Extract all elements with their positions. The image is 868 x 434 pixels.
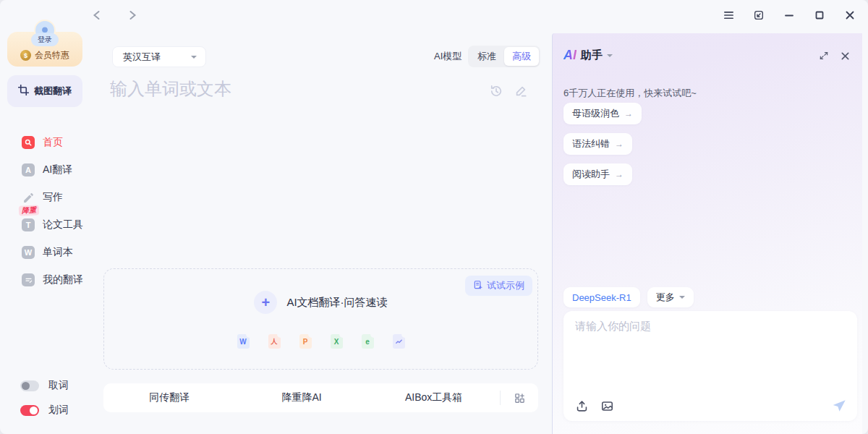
quick-actions: 母语级润色 → 语法纠错 → 阅读助手 → <box>563 103 642 185</box>
chat-input[interactable] <box>575 320 846 388</box>
arrow-right-icon: → <box>615 139 624 149</box>
quick-action-label: 语法纠错 <box>572 137 610 150</box>
expand-panel-icon[interactable] <box>819 51 829 61</box>
chart-file-icon <box>393 334 405 349</box>
input-action-icons <box>489 84 528 98</box>
more-models-button[interactable]: 更多 <box>647 287 694 307</box>
more-label: 更多 <box>656 291 675 304</box>
model-option-advanced[interactable]: 高级 <box>504 47 539 66</box>
quick-action-label: 母语级润色 <box>572 107 619 120</box>
quick-action-grammar[interactable]: 语法纠错 → <box>563 133 632 155</box>
tool-aibox[interactable]: AIBox工具箱 <box>367 391 500 404</box>
sidebar-item-label: AI翻译 <box>43 163 72 176</box>
send-icon[interactable] <box>831 398 847 414</box>
deepseek-model-button[interactable]: DeepSeek-R1 <box>563 287 640 307</box>
crop-icon <box>18 85 29 98</box>
sidebar-menu: 首页 A AI翻译 写作 降重 T 论文工具 W 单词本 我的翻译 <box>0 129 93 294</box>
sidebar-item-paper-tools[interactable]: 降重 T 论文工具 <box>0 211 93 239</box>
tool-simultaneous-translate[interactable]: 同传翻译 <box>103 391 236 404</box>
pencil-icon <box>22 191 35 204</box>
login-badge[interactable]: 登录 <box>31 33 59 46</box>
word-capture-label: 取词 <box>48 379 69 392</box>
chat-input-card <box>563 311 857 421</box>
word-capture-toggle[interactable] <box>20 380 39 391</box>
upload-file-icon[interactable] <box>575 399 589 413</box>
add-document-button[interactable]: + <box>254 291 277 314</box>
edit-icon[interactable] <box>514 84 528 98</box>
ebook-file-icon: e <box>362 334 374 349</box>
chevron-down-icon <box>191 56 197 61</box>
dropzone-center: + AI文档翻译·问答速读 <box>104 291 537 314</box>
quick-action-reading[interactable]: 阅读助手 → <box>563 163 632 185</box>
nav-back-icon[interactable] <box>88 7 105 23</box>
translate-input[interactable] <box>110 75 450 103</box>
ppt-file-icon: P <box>299 334 312 349</box>
app-window: 登录 $ 会员特惠 截图翻译 首页 A AI翻译 写作 降重 <box>0 0 868 434</box>
assistant-title: 助手 <box>581 48 603 62</box>
apps-grid-icon[interactable] <box>501 392 538 404</box>
user-card[interactable]: 登录 $ 会员特惠 <box>7 32 82 67</box>
my-translations-icon <box>22 273 35 286</box>
word-capture-row: 取词 <box>20 379 69 392</box>
screenshot-translate-button[interactable]: 截图翻译 <box>7 75 82 107</box>
chevron-down-icon <box>679 296 685 302</box>
chevron-down-icon <box>607 54 613 60</box>
upload-image-icon[interactable] <box>600 399 614 413</box>
ai-translate-icon: A <box>22 163 35 176</box>
word-file-icon: W <box>237 334 250 349</box>
chat-attachment-icons <box>575 399 614 413</box>
sidebar-item-label: 单词本 <box>43 246 73 259</box>
arrow-right-icon: → <box>615 169 624 179</box>
example-doc-icon <box>473 280 483 292</box>
nav-forward-icon[interactable] <box>124 7 141 23</box>
ai-model-row: AI模型 标准 高级 <box>434 46 540 67</box>
quick-action-label: 阅读助手 <box>572 168 610 181</box>
vip-button[interactable]: $ 会员特惠 <box>20 49 69 61</box>
close-panel-icon[interactable] <box>841 51 851 61</box>
assistant-subtitle: 6千万人正在使用，快来试试吧~ <box>563 87 697 100</box>
paper-tools-badge: 降重 <box>19 205 40 216</box>
pdf-file-icon: 人 <box>268 334 281 349</box>
arrow-right-icon: → <box>624 109 633 119</box>
window-controls <box>718 6 861 25</box>
assistant-header[interactable]: AI 助手 <box>563 48 613 63</box>
word-select-label: 划词 <box>48 404 69 417</box>
wordbook-icon: W <box>22 246 35 259</box>
home-search-icon <box>22 136 35 149</box>
model-pills: DeepSeek-R1 更多 <box>563 287 694 307</box>
footer-toolbar: 同传翻译 降重降AI AIBox工具箱 <box>103 383 538 412</box>
ai-model-segmented: 标准 高级 <box>468 46 540 67</box>
coin-icon: $ <box>20 50 31 61</box>
dropzone-title: AI文档翻译·问答速读 <box>286 296 387 310</box>
minimize-icon[interactable] <box>778 6 800 25</box>
sidebar-item-my-translations[interactable]: 我的翻译 <box>0 266 93 294</box>
menu-icon[interactable] <box>718 6 739 25</box>
ai-logo: AI <box>563 48 576 63</box>
close-window-icon[interactable] <box>839 6 861 25</box>
ai-assistant-panel: AI 助手 6千万人正在使用，快来试试吧~ 母语级润色 → 语法纠错 → 阅读助… <box>552 33 862 434</box>
document-dropzone[interactable]: 试试示例 + AI文档翻译·问答速读 W 人 P X e <box>103 268 538 370</box>
sidebar-item-ai-translate[interactable]: A AI翻译 <box>0 156 93 184</box>
vip-label: 会员特惠 <box>35 49 69 61</box>
sidebar-item-label: 写作 <box>43 191 63 204</box>
tool-reduce-ai[interactable]: 降重降AI <box>236 391 368 404</box>
model-option-standard[interactable]: 标准 <box>469 47 504 66</box>
language-pair-select[interactable]: 英汉互译 <box>112 46 206 67</box>
maximize-icon[interactable] <box>809 6 830 25</box>
mini-mode-icon[interactable] <box>748 6 770 25</box>
sidebar-item-wordbook[interactable]: W 单词本 <box>0 239 93 266</box>
history-icon[interactable] <box>489 84 503 98</box>
word-select-toggle[interactable] <box>20 405 39 416</box>
sidebar-item-label: 我的翻译 <box>43 273 83 286</box>
language-pair-label: 英汉互译 <box>123 51 161 64</box>
ai-model-label: AI模型 <box>434 50 461 63</box>
sidebar-item-label: 首页 <box>43 136 63 149</box>
screenshot-translate-label: 截图翻译 <box>34 85 72 98</box>
quick-action-polish[interactable]: 母语级润色 → <box>563 103 642 124</box>
sidebar-item-home[interactable]: 首页 <box>0 129 93 156</box>
sidebar-item-label: 论文工具 <box>43 218 83 231</box>
excel-file-icon: X <box>331 334 343 349</box>
word-select-row: 划词 <box>20 404 69 417</box>
sidebar-item-writing[interactable]: 写作 <box>0 184 93 211</box>
assistant-header-icons <box>819 51 851 61</box>
